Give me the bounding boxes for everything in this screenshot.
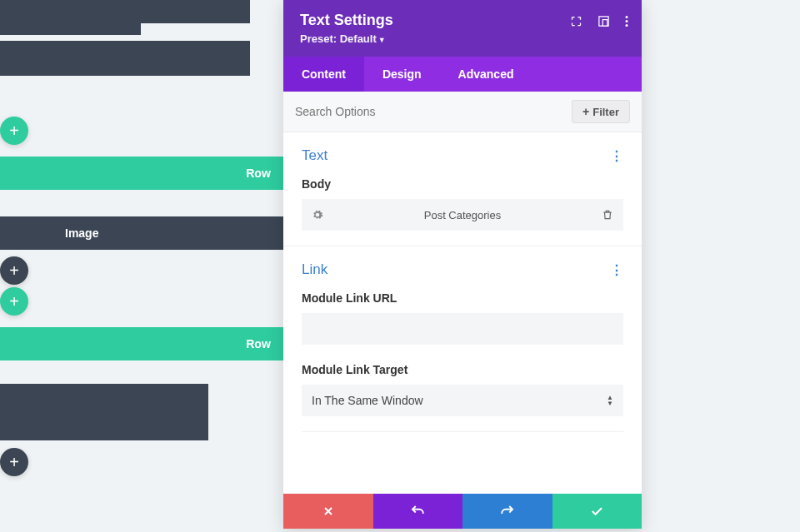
- target-select[interactable]: In The Same Window ▲▼: [302, 385, 623, 416]
- more-icon[interactable]: [625, 15, 628, 27]
- undo-button[interactable]: [373, 494, 463, 529]
- modal-body: Text ⋮ Body Post Categories Link ⋮ Modul…: [283, 132, 642, 494]
- modal-header[interactable]: Text Settings Preset: Default▼: [283, 0, 642, 57]
- add-dark-button-2[interactable]: +: [0, 448, 28, 476]
- body-content-row[interactable]: Post Categories: [302, 199, 623, 231]
- undo-icon: [410, 504, 425, 519]
- check-icon: [589, 504, 604, 519]
- tab-advanced[interactable]: Advanced: [440, 57, 532, 92]
- add-dark-button-1[interactable]: +: [0, 256, 28, 285]
- section-text: Text ⋮ Body Post Categories: [283, 132, 642, 246]
- section-link-menu-icon[interactable]: ⋮: [610, 262, 623, 278]
- responsive-icon[interactable]: [598, 15, 610, 27]
- close-icon: [322, 505, 335, 518]
- svg-rect-6: [602, 20, 608, 27]
- row-label-2: Row: [246, 337, 271, 351]
- modal-header-icons: [570, 15, 628, 27]
- select-arrows-icon: ▲▼: [607, 395, 613, 406]
- svg-point-8: [626, 20, 628, 22]
- section-link: Link ⋮ Module Link URL Module Link Targe…: [283, 246, 642, 431]
- svg-point-9: [626, 24, 628, 27]
- url-input[interactable]: [302, 313, 623, 345]
- image-label: Image: [65, 226, 98, 240]
- settings-modal: Text Settings Preset: Default▼ Content D…: [283, 0, 642, 529]
- expand-icon[interactable]: [570, 15, 582, 27]
- trash-icon[interactable]: [602, 209, 613, 221]
- gear-icon[interactable]: [312, 209, 323, 221]
- svg-point-7: [626, 16, 628, 18]
- bg-block-3[interactable]: [0, 41, 250, 76]
- filter-button[interactable]: + Filter: [572, 100, 630, 123]
- save-button[interactable]: [552, 494, 642, 529]
- modal-preset[interactable]: Preset: Default▼: [300, 32, 625, 45]
- section-link-title: Link: [302, 261, 328, 278]
- cancel-button[interactable]: [283, 494, 373, 529]
- add-green-button-1[interactable]: +: [0, 117, 28, 145]
- search-input[interactable]: [295, 105, 529, 118]
- body-label: Body: [302, 177, 623, 191]
- redo-button[interactable]: [462, 494, 552, 529]
- redo-icon: [500, 504, 515, 519]
- target-label: Module Link Target: [302, 363, 623, 376]
- row-label: Row: [246, 167, 271, 180]
- section-text-title: Text: [302, 147, 328, 164]
- modal-footer: [283, 494, 642, 529]
- add-green-button-2[interactable]: +: [0, 287, 28, 316]
- bg-block-right[interactable]: [0, 384, 192, 440]
- modal-tabs: Content Design Advanced: [283, 57, 642, 92]
- search-row: + Filter: [283, 92, 642, 132]
- body-value: Post Categories: [323, 209, 602, 221]
- tab-design[interactable]: Design: [364, 57, 440, 92]
- bg-block-2[interactable]: [0, 0, 250, 23]
- url-label: Module Link URL: [302, 291, 623, 305]
- section-text-menu-icon[interactable]: ⋮: [610, 148, 623, 164]
- tab-content[interactable]: Content: [283, 57, 364, 92]
